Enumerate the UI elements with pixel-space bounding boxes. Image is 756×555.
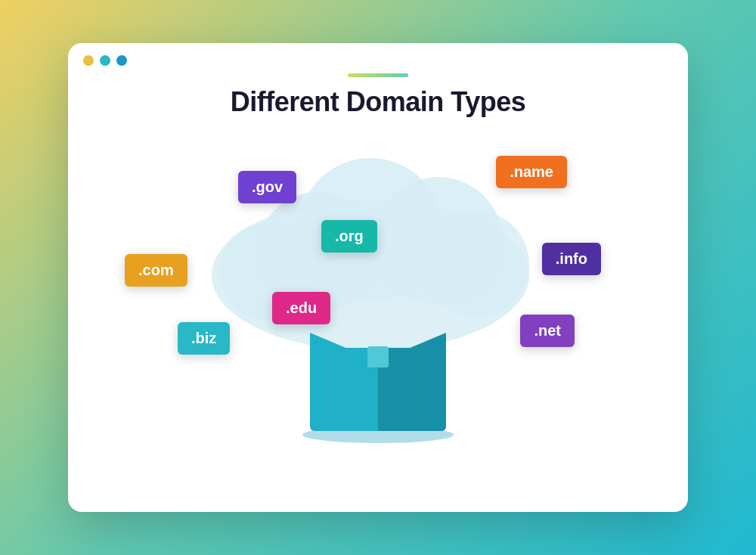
badge-info: .info	[542, 243, 601, 275]
badge-name: .name	[496, 156, 567, 188]
badge-gov: .gov	[238, 171, 296, 203]
dot-blue[interactable]	[116, 55, 127, 66]
box-tape	[367, 346, 389, 367]
badge-edu: .edu	[272, 292, 330, 324]
badge-com: .com	[125, 254, 187, 287]
content-area: Different Domain Types .com .gov .name .…	[68, 73, 688, 512]
accent-bar	[348, 73, 408, 77]
page-title: Different Domain Types	[231, 86, 525, 118]
dot-yellow[interactable]	[83, 55, 94, 66]
diagram-area: .com .gov .name .org .info .edu .biz .ne…	[113, 133, 643, 451]
box-container	[302, 333, 454, 443]
titlebar	[68, 43, 688, 73]
badge-net: .net	[520, 315, 575, 347]
svg-point-4	[423, 211, 529, 317]
app-window: Different Domain Types .com .gov .name .…	[68, 43, 688, 512]
box-body	[310, 333, 446, 431]
badge-org: .org	[321, 220, 377, 253]
dot-teal[interactable]	[100, 55, 110, 66]
badge-biz: .biz	[178, 322, 230, 355]
